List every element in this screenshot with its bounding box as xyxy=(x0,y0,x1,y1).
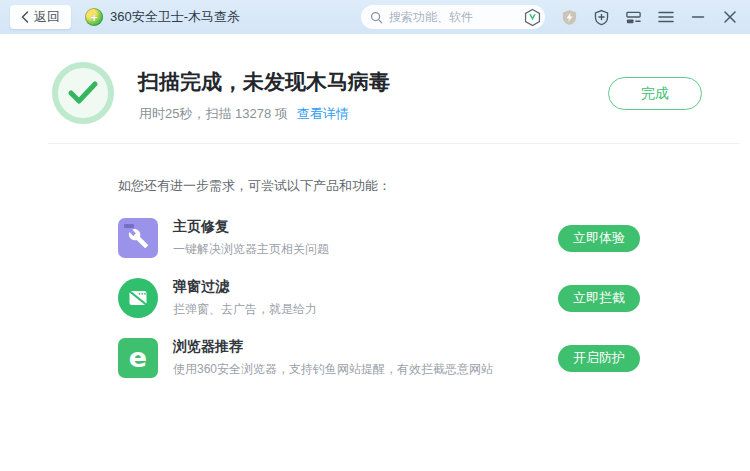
try-now-button[interactable]: 立即体验 xyxy=(558,225,640,252)
suggestion-desc: 一键解决浏览器主页相关问题 xyxy=(173,241,558,258)
suggestion-row-browser: e 浏览器推荐 使用360安全浏览器，支持钓鱼网站提醒，有效拦截恶意网站 开启防… xyxy=(118,338,640,378)
suggestion-desc: 使用360安全浏览器，支持钓鱼网站提醒，有效拦截恶意网站 xyxy=(173,361,558,378)
close-button[interactable] xyxy=(721,9,738,26)
section-divider xyxy=(48,143,740,144)
enable-protection-button[interactable]: 开启防护 xyxy=(558,345,640,372)
search-icon xyxy=(370,11,383,24)
browser-icon: e xyxy=(118,338,158,378)
done-button[interactable]: 完成 xyxy=(608,77,702,110)
browser-logo-letter: e xyxy=(129,344,147,371)
titlebar-icons xyxy=(561,9,738,26)
app-title: 360安全卫士-木马查杀 xyxy=(110,8,240,26)
scan-summary-text: 用时25秒，扫描 13278 项 xyxy=(139,106,288,121)
menu-icon[interactable] xyxy=(657,9,674,26)
back-label: 返回 xyxy=(34,8,60,26)
suggestions-heading: 如您还有进一步需求，可尝试以下产品和功能： xyxy=(118,177,391,195)
suggestion-row-homepage-repair: 主页修复 一键解决浏览器主页相关问题 立即体验 xyxy=(118,218,640,258)
popup-filter-icon xyxy=(118,278,158,318)
titlebar: 返回 + 360安全卫士-木马查杀 xyxy=(0,0,750,34)
scan-success-icon xyxy=(52,62,114,124)
suggestion-desc: 拦弹窗、去广告，就是给力 xyxy=(173,301,558,318)
block-now-button[interactable]: 立即拦截 xyxy=(558,285,640,312)
boost-icon[interactable] xyxy=(561,9,578,26)
blocked-window-icon xyxy=(127,287,149,309)
suggestion-title: 弹窗过滤 xyxy=(173,278,558,296)
security-badge-icon[interactable] xyxy=(523,8,542,27)
search-box[interactable] xyxy=(361,5,545,29)
chevron-left-icon xyxy=(21,11,29,23)
suggestion-row-popup-filter: 弹窗过滤 拦弹窗、去广告，就是给力 立即拦截 xyxy=(118,278,640,318)
wrench-icon xyxy=(128,228,149,249)
suggestion-title: 浏览器推荐 xyxy=(173,338,558,356)
view-details-link[interactable]: 查看详情 xyxy=(297,106,349,121)
shield-plus-icon[interactable] xyxy=(593,9,610,26)
window-layout-icon[interactable] xyxy=(625,9,642,26)
app-logo-icon: + xyxy=(85,8,103,26)
suggestion-title: 主页修复 xyxy=(173,218,558,236)
scan-result-title: 扫描完成，未发现木马病毒 xyxy=(138,68,390,96)
homepage-repair-icon xyxy=(118,218,158,258)
suggestions-list: 主页修复 一键解决浏览器主页相关问题 立即体验 弹窗过滤 拦弹窗、去广告，就是给… xyxy=(118,218,640,398)
minimize-button[interactable] xyxy=(689,9,706,26)
back-button[interactable]: 返回 xyxy=(10,5,71,29)
search-input[interactable] xyxy=(389,10,517,24)
app-window: 返回 + 360安全卫士-木马查杀 xyxy=(0,0,750,471)
scan-summary: 用时25秒，扫描 13278 项查看详情 xyxy=(139,105,349,123)
